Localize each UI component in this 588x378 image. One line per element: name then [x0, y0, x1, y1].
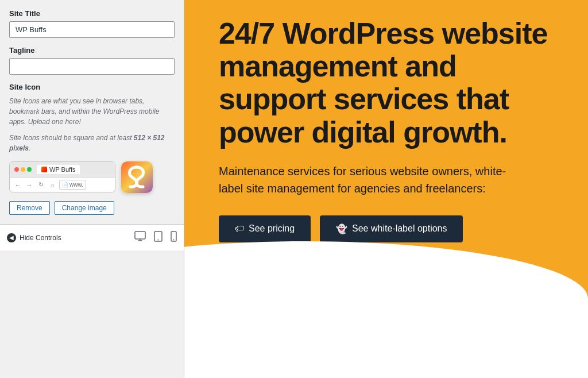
see-pricing-label: See pricing: [249, 223, 295, 234]
site-icon-desc2: Site Icons should be square and at least…: [9, 133, 175, 153]
hide-controls-button[interactable]: ◀ Hide Controls: [7, 233, 61, 242]
browser-tab-text: WP Buffs: [49, 166, 75, 173]
mobile-icon[interactable]: [171, 231, 177, 244]
hero-headline: 24/7 WordPress website management and su…: [219, 17, 554, 149]
bottom-bar: ◀ Hide Controls: [0, 224, 184, 250]
remove-button[interactable]: Remove: [9, 201, 50, 215]
icon-buttons: Remove Change image: [9, 201, 175, 215]
site-icon-section-label: Site Icon: [9, 83, 175, 91]
browser-nav: ← → ↻ ⌂ 📄 www.: [10, 178, 115, 192]
browser-preview: WP Buffs ← → ↻ ⌂ 📄 www.: [9, 161, 175, 193]
hide-controls-label: Hide Controls: [20, 234, 61, 242]
hide-controls-icon: ◀: [7, 233, 16, 242]
left-panel: Site Title Tagline Site Icon Site Icons …: [0, 0, 184, 224]
browser-tab: WP Buffs: [37, 165, 80, 174]
doc-icon: 📄: [62, 182, 68, 188]
home-btn[interactable]: ⌂: [48, 180, 57, 190]
preview-white-section: [184, 299, 588, 373]
pricing-tag-icon: 🏷: [235, 223, 244, 234]
browser-dot-red: [14, 167, 19, 172]
svg-point-5: [173, 240, 175, 241]
wave-decoration: [184, 241, 588, 299]
ghost-icon: 👻: [336, 223, 347, 234]
browser-dot-green: [27, 167, 32, 172]
device-icons: [134, 231, 177, 244]
see-whitelabel-button[interactable]: 👻 See white-label options: [320, 215, 463, 242]
favicon-icon: [41, 167, 47, 172]
browser-address-text: www.: [69, 182, 83, 188]
svg-rect-1: [135, 232, 145, 239]
forward-btn[interactable]: →: [25, 180, 34, 190]
browser-address-bar: 📄 www.: [59, 180, 86, 190]
tablet-icon[interactable]: [154, 231, 163, 244]
hero-subtext: Maintenance services for serious website…: [219, 163, 517, 197]
browser-dot-yellow: [21, 167, 25, 172]
desktop-icon[interactable]: [134, 231, 146, 244]
site-title-label: Site Title: [9, 9, 175, 18]
see-whitelabel-label: See white-label options: [352, 223, 447, 234]
svg-point-3: [158, 240, 159, 241]
refresh-btn[interactable]: ↻: [36, 180, 45, 190]
site-icon-image: [121, 161, 153, 193]
change-image-button[interactable]: Change image: [55, 201, 114, 215]
right-panel: 24/7 WordPress website management and su…: [184, 0, 588, 378]
see-pricing-button[interactable]: 🏷 See pricing: [219, 215, 311, 242]
back-btn[interactable]: ←: [13, 180, 22, 190]
site-icon-desc1: Site Icons are what you see in browser t…: [9, 96, 175, 127]
site-title-input[interactable]: [9, 21, 175, 38]
hero-buttons: 🏷 See pricing 👻 See white-label options: [219, 215, 554, 242]
browser-top-bar: WP Buffs: [10, 162, 115, 178]
browser-mockup: WP Buffs ← → ↻ ⌂ 📄 www.: [9, 161, 115, 192]
tagline-label: Tagline: [9, 46, 175, 55]
tagline-input[interactable]: [9, 58, 175, 75]
hero-section: 24/7 WordPress website management and su…: [184, 0, 588, 299]
